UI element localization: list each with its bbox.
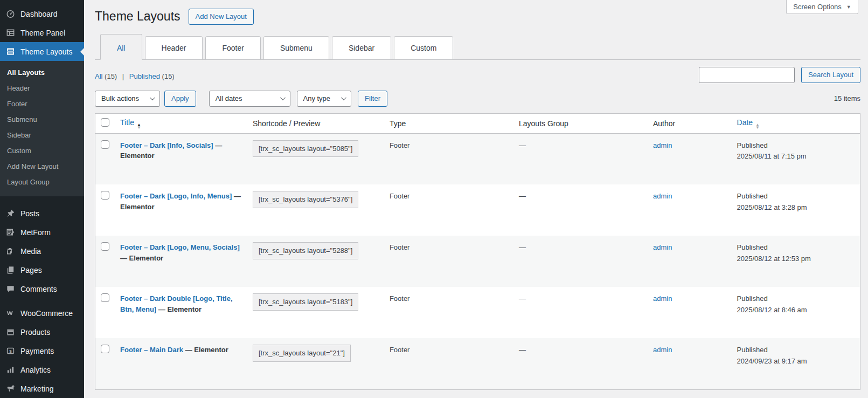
- submenu-item-add-new-layout[interactable]: Add New Layout: [0, 159, 84, 174]
- sidebar-item-metform[interactable]: MetForm: [0, 223, 84, 242]
- select-all-checkbox[interactable]: [101, 118, 109, 127]
- author-link[interactable]: admin: [653, 243, 672, 251]
- submenu-item-all-layouts[interactable]: All Layouts: [0, 65, 84, 80]
- row-checkbox[interactable]: [101, 140, 109, 149]
- submenu-item-sidebar[interactable]: Sidebar: [0, 127, 84, 143]
- row-checkbox[interactable]: [101, 293, 109, 302]
- tab-custom[interactable]: Custom: [394, 36, 453, 60]
- sidebar-item-comments[interactable]: Comments: [0, 279, 84, 298]
- sidebar-item-marketing[interactable]: Marketing: [0, 379, 84, 398]
- submenu-item-custom[interactable]: Custom: [0, 143, 84, 159]
- tab-sidebar[interactable]: Sidebar: [332, 36, 391, 60]
- tab-submenu[interactable]: Submenu: [263, 36, 329, 60]
- chevron-down-icon: ▼: [846, 4, 851, 10]
- submenu-item-submenu[interactable]: Submenu: [0, 112, 84, 127]
- submenu-item-footer[interactable]: Footer: [0, 96, 84, 112]
- date-value: 2024/09/23 at 9:17 am: [737, 356, 855, 367]
- layouts-group-value: —: [513, 236, 648, 287]
- view-filters: All (15) | Published (15): [95, 67, 175, 80]
- type-value: Footer: [384, 236, 513, 287]
- date-value: 2025/08/12 at 8:46 am: [737, 305, 855, 315]
- submenu-item-layout-group[interactable]: Layout Group: [0, 174, 84, 190]
- type-value: Footer: [384, 338, 513, 389]
- menu-gap: [0, 196, 84, 204]
- any-type-label: Any type: [303, 94, 331, 102]
- view-all-link[interactable]: All: [95, 72, 102, 80]
- submenu-item-header[interactable]: Header: [0, 80, 84, 96]
- media-icon: [5, 246, 16, 256]
- tab-all[interactable]: All: [100, 34, 142, 60]
- search-layout-button[interactable]: Search Layout: [801, 67, 860, 83]
- tab-footer[interactable]: Footer: [205, 36, 260, 60]
- date-value: 2025/08/12 at 3:28 pm: [737, 202, 855, 213]
- row-checkbox[interactable]: [101, 345, 109, 353]
- layout-title-link[interactable]: Footer – Dark [Logo, Info, Menus]: [120, 192, 232, 200]
- layout-title-link[interactable]: Footer – Dark [Logo, Menu, Socials]: [120, 243, 240, 251]
- sidebar-item-label: Dashboard: [20, 10, 58, 18]
- chevron-down-icon: [280, 95, 285, 101]
- author-link[interactable]: admin: [653, 192, 672, 200]
- add-new-layout-button[interactable]: Add New Layout: [189, 9, 254, 25]
- form-icon: [5, 227, 16, 237]
- screen-options-button[interactable]: Screen Options ▼: [786, 0, 858, 14]
- sort-icon: ▲▼: [755, 123, 760, 129]
- shortcode-value[interactable]: [trx_sc_layouts layout="21"]: [253, 345, 351, 362]
- theme-layouts-submenu: All Layouts Header Footer Submenu Sideba…: [0, 61, 84, 196]
- wordpress-admin: Dashboard Theme Panel Theme Layouts All …: [0, 0, 868, 398]
- shortcode-value[interactable]: [trx_sc_layouts layout="5376"]: [253, 191, 358, 208]
- sidebar-item-woocommerce[interactable]: WooCommerce: [0, 304, 84, 322]
- toolbar-left: Bulk actions Apply All dates Any type Fi…: [95, 91, 387, 107]
- sidebar-item-pages[interactable]: Pages: [0, 260, 84, 279]
- row-checkbox[interactable]: [101, 242, 109, 251]
- column-header-date[interactable]: Date▲▼: [732, 113, 860, 133]
- sidebar-item-theme-layouts[interactable]: Theme Layouts: [0, 42, 84, 61]
- author-link[interactable]: admin: [653, 294, 672, 303]
- analytics-icon: [5, 365, 16, 375]
- apply-button[interactable]: Apply: [164, 91, 196, 107]
- status-value: Published: [737, 140, 855, 151]
- sidebar-item-payments[interactable]: $ Payments: [0, 341, 84, 360]
- sidebar-item-media[interactable]: Media: [0, 242, 84, 260]
- shortcode-value[interactable]: [trx_sc_layouts layout="5183"]: [253, 293, 358, 311]
- tab-bar: All Header Footer Submenu Sidebar Custom: [95, 34, 860, 60]
- layouts-table: Title▲▼ Shortcode / Preview Type Layouts…: [95, 113, 860, 390]
- sidebar-item-theme-panel[interactable]: Theme Panel: [0, 23, 84, 42]
- products-icon: [5, 327, 16, 337]
- sidebar-item-label: Products: [20, 328, 50, 337]
- shortcode-value[interactable]: [trx_sc_layouts layout="5288"]: [253, 242, 358, 259]
- all-dates-label: All dates: [216, 94, 242, 102]
- any-type-select[interactable]: Any type: [297, 91, 352, 107]
- author-link[interactable]: admin: [653, 141, 672, 149]
- status-value: Published: [737, 293, 855, 304]
- layout-title-link[interactable]: Footer – Main Dark: [120, 346, 183, 354]
- toolbar-row: Bulk actions Apply All dates Any type Fi…: [95, 91, 860, 107]
- main-content: Screen Options ▼ Theme Layouts Add New L…: [84, 0, 868, 398]
- column-header-author: Author: [648, 113, 732, 133]
- status-value: Published: [737, 242, 855, 253]
- type-value: Footer: [384, 184, 513, 236]
- column-header-title[interactable]: Title▲▼: [115, 113, 247, 133]
- view-published-link[interactable]: Published: [129, 72, 160, 80]
- row-checkbox[interactable]: [101, 191, 109, 200]
- date-value: 2025/08/11 at 7:15 pm: [737, 151, 855, 162]
- tab-header[interactable]: Header: [145, 36, 203, 60]
- comment-icon: [5, 284, 16, 294]
- all-dates-select[interactable]: All dates: [209, 91, 290, 107]
- shortcode-value[interactable]: [trx_sc_layouts layout="5085"]: [253, 140, 358, 157]
- megaphone-icon: [5, 383, 16, 394]
- sidebar-item-label: Theme Panel: [20, 29, 65, 37]
- sidebar-item-posts[interactable]: Posts: [0, 204, 84, 223]
- sidebar-item-dashboard[interactable]: Dashboard: [0, 4, 84, 23]
- layout-title-link[interactable]: Footer – Dark [Info, Socials]: [120, 141, 213, 149]
- author-link[interactable]: admin: [653, 346, 672, 354]
- layouts-group-value: —: [513, 133, 648, 184]
- search-input[interactable]: [699, 67, 795, 83]
- sidebar-item-products[interactable]: Products: [0, 322, 84, 341]
- filter-button[interactable]: Filter: [358, 91, 387, 107]
- bulk-actions-select[interactable]: Bulk actions: [95, 91, 160, 107]
- sidebar-item-analytics[interactable]: Analytics: [0, 360, 84, 379]
- column-header-shortcode: Shortcode / Preview: [247, 113, 384, 133]
- sidebar-item-label: Marketing: [20, 385, 53, 393]
- view-separator: |: [122, 72, 124, 80]
- table-row: Footer – Dark [Info, Socials] — Elemento…: [95, 133, 860, 184]
